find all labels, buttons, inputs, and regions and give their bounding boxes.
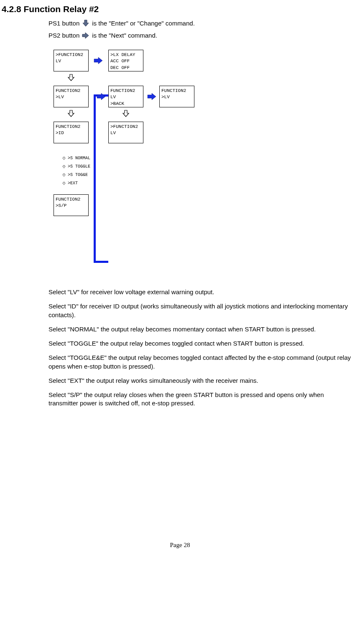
sub-option-toggle: >S TOGGLE xyxy=(62,163,101,171)
sub-option-normal: >S NORMAL xyxy=(62,154,101,163)
ps2-post-text: is the "Next" command. xyxy=(92,30,157,42)
box-line: LV xyxy=(56,58,87,64)
paragraph-normal: Select "NORMAL" the output relay becomes… xyxy=(49,325,352,333)
arrow-right-icon xyxy=(93,56,103,65)
ps1-pre-text: PS1 button xyxy=(49,18,79,30)
box-line: FUNCTION2 xyxy=(110,88,142,94)
paragraph-toggle: Select "TOGGLE" the output relay becomes… xyxy=(49,339,352,348)
page-number: Page 28 xyxy=(0,542,360,549)
arrow-down-outline-icon xyxy=(122,109,130,118)
ps1-line: PS1 button is the "Enter" or "Change" co… xyxy=(49,18,360,30)
menu-box-function2-sp: FUNCTION2 >S/P xyxy=(54,194,89,216)
menu-box-lxdelay: >LX DELAY ACC OFF DEC OFF xyxy=(108,50,143,71)
sub-options-list: >S NORMAL >S TOGGLE >S TOG&E >EXT xyxy=(62,154,101,188)
ps1-post-text: is the "Enter" or "Change" command. xyxy=(92,18,195,30)
box-line: >FUNCTION2 xyxy=(110,124,142,130)
box-line: >FUNCTION2 xyxy=(56,52,87,58)
paragraph-toggle-e: Select "TOGGLE&E" the output relay becom… xyxy=(49,354,352,371)
tiny-down-icon xyxy=(62,156,66,160)
menu-box-function2-lv2: FUNCTION2 >LV xyxy=(159,86,194,107)
arrow-down-outline-icon xyxy=(67,73,75,82)
arrow-right-icon xyxy=(96,92,106,101)
box-line: >LV xyxy=(161,94,193,100)
paragraph-lv: Select "LV" for receiver low voltage ext… xyxy=(49,288,352,296)
ps2-pre-text: PS2 button xyxy=(49,30,79,42)
box-line: LV xyxy=(110,130,142,136)
box-line: FUNCTION2 xyxy=(56,196,87,203)
sub-text: >S TOG&E xyxy=(68,172,88,178)
box-line: ACC OFF xyxy=(110,58,142,64)
paragraph-ext: Select "EXT" the output relay works simu… xyxy=(49,377,352,385)
down-arrow-icon xyxy=(82,20,90,27)
menu-box-function2-lv3: >FUNCTION2 LV xyxy=(108,122,143,143)
paragraph-id: Select "ID" for receiver ID output (work… xyxy=(49,302,352,319)
arrow-right-icon xyxy=(147,92,157,101)
sub-option-ext: >EXT xyxy=(62,179,101,188)
intro-block: PS1 button is the "Enter" or "Change" co… xyxy=(0,18,360,41)
box-line: >BACK xyxy=(110,101,142,107)
tiny-down-icon xyxy=(62,181,66,186)
box-line: FUNCTION2 xyxy=(56,124,87,130)
box-line: DEC OFF xyxy=(110,65,142,71)
sub-text: >EXT xyxy=(68,181,78,186)
box-line: >S/P xyxy=(56,203,87,209)
menu-box-function2-id: FUNCTION2 >ID xyxy=(54,122,89,143)
menu-box-function2-back: FUNCTION2 LV >BACK xyxy=(108,86,143,107)
blue-connector xyxy=(94,261,108,263)
flow-diagram: >FUNCTION2 LV >LX DELAY ACC OFF DEC OFF … xyxy=(54,50,229,271)
sub-text: >S TOGGLE xyxy=(68,164,90,170)
tiny-down-icon xyxy=(62,165,66,169)
box-line: >LX DELAY xyxy=(110,52,142,58)
box-line: LV xyxy=(110,94,142,100)
paragraph-sp: Select "S/P" the output relay closes whe… xyxy=(49,391,352,408)
box-line: FUNCTION2 xyxy=(161,88,193,94)
tiny-down-icon xyxy=(62,173,66,177)
menu-box-function2-lv: >FUNCTION2 LV xyxy=(54,50,89,71)
box-line: >LV xyxy=(56,94,87,100)
section-heading: 4.2.8 Function Relay #2 xyxy=(0,4,360,14)
ps2-line: PS2 button is the "Next" command. xyxy=(49,30,360,42)
right-arrow-icon xyxy=(82,32,90,39)
box-line: FUNCTION2 xyxy=(56,88,87,94)
body-text: Select "LV" for receiver low voltage ext… xyxy=(0,288,360,408)
sub-option-toge: >S TOG&E xyxy=(62,171,101,179)
arrow-down-outline-icon xyxy=(67,109,75,118)
sub-text: >S NORMAL xyxy=(68,155,90,161)
box-line: >ID xyxy=(56,130,87,136)
menu-box-function2-lv-sel: FUNCTION2 >LV xyxy=(54,86,89,107)
